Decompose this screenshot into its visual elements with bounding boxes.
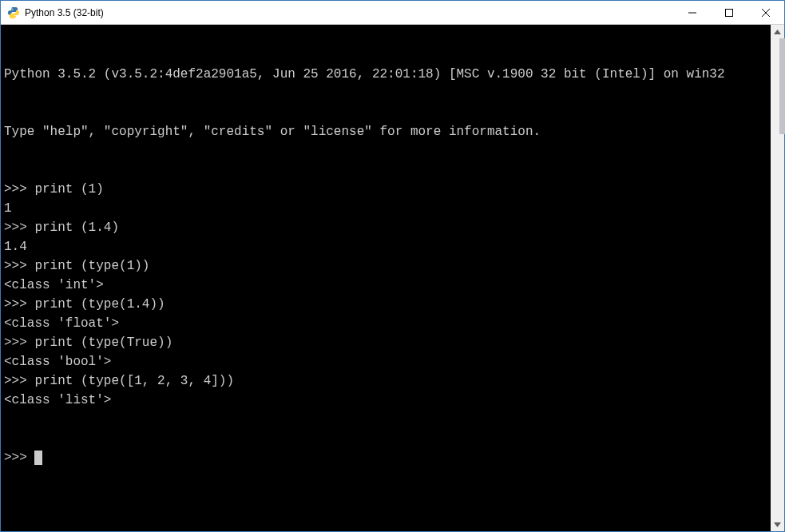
prompt: >>> — [4, 182, 34, 197]
python-icon — [7, 6, 20, 19]
console-header-line: Python 3.5.2 (v3.5.2:4def2a2901a5, Jun 2… — [4, 65, 767, 84]
svg-rect-3 — [726, 9, 733, 16]
content-area: Python 3.5.2 (v3.5.2:4def2a2901a5, Jun 2… — [1, 25, 784, 531]
console-prompt-line: >>> — [4, 448, 767, 467]
console-input-line: >>> print (1.4) — [4, 218, 767, 237]
console-text: print (1) — [34, 182, 103, 197]
console-input-line: >>> print (type(1.4)) — [4, 295, 767, 314]
console-output[interactable]: Python 3.5.2 (v3.5.2:4def2a2901a5, Jun 2… — [1, 25, 771, 531]
prompt: >>> — [4, 374, 34, 388]
console-text: <class 'bool'> — [4, 355, 111, 369]
app-window: Python 3.5 (32-bit) Python 3.5.2 (v3.5.2… — [0, 0, 785, 532]
console-text: <class 'list'> — [4, 393, 111, 407]
titlebar[interactable]: Python 3.5 (32-bit) — [1, 1, 784, 25]
scroll-up-button[interactable] — [771, 25, 784, 38]
scroll-down-button[interactable] — [771, 518, 784, 531]
console-output-line: 1.4 — [4, 237, 767, 256]
window-title: Python 3.5 (32-bit) — [25, 7, 104, 18]
prompt: >>> — [4, 259, 34, 273]
minimize-button[interactable] — [674, 1, 711, 25]
console-text: print (type(1.4)) — [34, 297, 165, 312]
console-input-line: >>> print (type(True)) — [4, 333, 767, 352]
maximize-button[interactable] — [711, 1, 747, 25]
svg-point-1 — [14, 16, 15, 17]
console-output-line: 1 — [4, 199, 767, 218]
console-output-line: <class 'float'> — [4, 314, 767, 333]
scroll-thumb[interactable] — [779, 38, 786, 134]
prompt: >>> — [4, 451, 34, 465]
close-button[interactable] — [747, 1, 784, 25]
console-output-line: <class 'list'> — [4, 391, 767, 410]
console-text: print (type([1, 2, 3, 4])) — [34, 374, 234, 388]
console-text: print (type(True)) — [34, 335, 172, 350]
console-header-line: Type "help", "copyright", "credits" or "… — [4, 122, 767, 141]
prompt: >>> — [4, 220, 34, 235]
console-text: <class 'float'> — [4, 316, 119, 331]
console-input-line: >>> print (type([1, 2, 3, 4])) — [4, 371, 767, 391]
console-text: <class 'int'> — [4, 278, 104, 292]
prompt: >>> — [4, 335, 34, 350]
prompt: >>> — [4, 297, 34, 312]
vertical-scrollbar[interactable] — [771, 25, 784, 531]
cursor — [34, 451, 42, 465]
console-input-line: >>> print (type(1)) — [4, 256, 767, 276]
svg-point-0 — [11, 8, 12, 9]
console-text: print (1.4) — [34, 220, 119, 235]
console-output-line: <class 'int'> — [4, 276, 767, 295]
console-input-line: >>> print (1) — [4, 180, 767, 199]
console-text: print (type(1)) — [34, 259, 149, 273]
console-text: 1.4 — [4, 240, 27, 254]
console-output-line: <class 'bool'> — [4, 352, 767, 371]
console-text: 1 — [4, 201, 12, 216]
